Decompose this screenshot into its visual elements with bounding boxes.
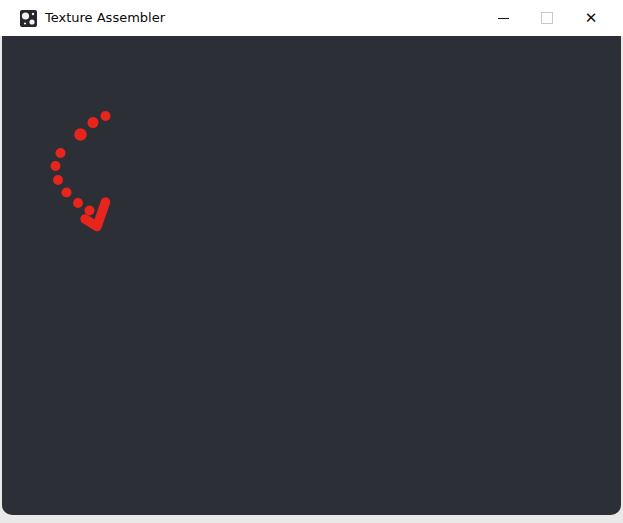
- app-icon: [20, 10, 37, 27]
- minimize-button[interactable]: [481, 0, 525, 36]
- maximize-icon: [541, 12, 553, 24]
- texture-assembler-window: Texture Assembler ✕ RGBA Channels R: [0, 0, 623, 523]
- close-button[interactable]: ✕: [569, 0, 613, 36]
- maximize-button[interactable]: [525, 0, 569, 36]
- minimize-icon: [498, 18, 509, 19]
- window-title: Texture Assembler: [45, 0, 165, 36]
- window-body: [2, 36, 621, 515]
- close-icon: ✕: [585, 11, 598, 26]
- titlebar: Texture Assembler ✕: [0, 0, 623, 36]
